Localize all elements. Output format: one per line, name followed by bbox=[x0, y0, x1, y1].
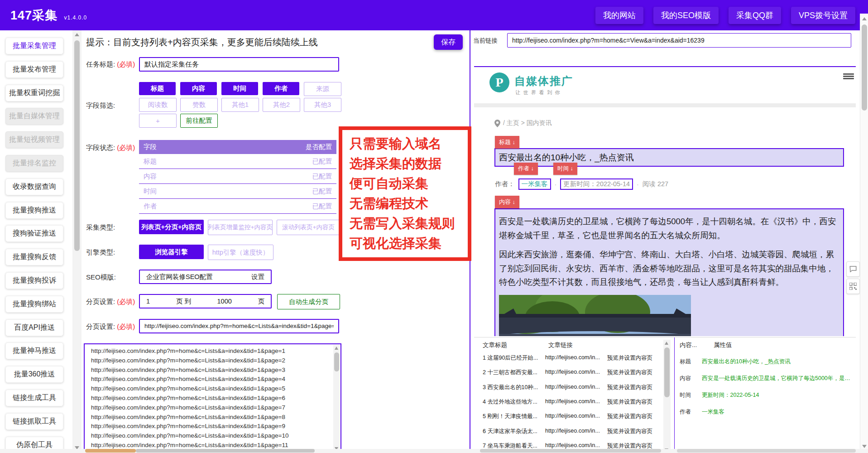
task-title-input[interactable] bbox=[139, 57, 339, 72]
qr-code-icon bbox=[849, 283, 857, 290]
sidebar-item-sogou-push[interactable]: 批量搜狗推送 bbox=[5, 202, 63, 219]
horizontal-scrollbar-thumb[interactable] bbox=[677, 449, 856, 453]
sidebar-item-sogou-bind-site[interactable]: 批量搜狗绑站 bbox=[5, 296, 63, 313]
page-from-input[interactable]: 1 bbox=[146, 298, 150, 305]
results-scrollbar-thumb[interactable] bbox=[664, 347, 670, 397]
field-status-label: 字段状态: (必填) bbox=[86, 144, 135, 152]
sidebar-item-short-video-manage: 批量短视频管理 bbox=[5, 131, 63, 148]
task-title-label: 任务标题: (必填) bbox=[86, 60, 135, 69]
attributes-divider bbox=[674, 337, 675, 453]
sidebar-item-batch-collection[interactable]: 批量采集管理 bbox=[5, 38, 63, 54]
field-tag-author[interactable]: 作者 bbox=[263, 82, 299, 95]
auto-generate-pages-button[interactable]: 自动生成分页 bbox=[277, 294, 340, 309]
article-time-selection[interactable]: 更新时间：2022-05-14 bbox=[560, 178, 633, 190]
article-author-selection[interactable]: 一米集客 bbox=[518, 178, 551, 190]
menu-collect-qq-group[interactable]: 采集QQ群 bbox=[729, 7, 781, 24]
qr-code-widget-button[interactable] bbox=[846, 279, 860, 294]
site-logo-icon: P bbox=[489, 72, 510, 93]
preview-set-content-link[interactable]: 预览并设置内容页 bbox=[607, 413, 652, 420]
sidebar-scrollbar-thumb[interactable] bbox=[74, 40, 80, 251]
sidebar-item-keyword-mining[interactable]: 批量权重词挖掘 bbox=[5, 85, 63, 101]
sidebar-item-sogou-verify-push[interactable]: 搜狗验证推送 bbox=[5, 225, 63, 242]
preview-set-content-link[interactable]: 预览并设置内容页 bbox=[607, 354, 652, 362]
sidebar-item-baidu-api-push[interactable]: 百度API推送 bbox=[5, 319, 63, 336]
hamburger-menu-icon[interactable] bbox=[843, 72, 854, 80]
collect-type-scroll-list[interactable]: 滚动列表页+内容页 bbox=[277, 220, 340, 235]
engine-http-button[interactable]: http引擎（速度快） bbox=[208, 245, 273, 260]
sidebar-item-batch-publish[interactable]: 批量发布管理 bbox=[5, 61, 63, 78]
field-tag-reads[interactable]: 阅读数 bbox=[139, 98, 177, 112]
svg-text:P: P bbox=[495, 75, 503, 89]
scroll-up-arrow-icon[interactable] bbox=[75, 33, 79, 36]
url-line: http://feijiseo.com/index.php?m=home&c=L… bbox=[85, 431, 340, 441]
sidebar-item-360-push[interactable]: 批量360推送 bbox=[5, 366, 63, 383]
menu-my-sites[interactable]: 我的网站 bbox=[595, 7, 643, 24]
horizontal-scrollbar-thumb[interactable] bbox=[480, 449, 661, 453]
collect-type-incremental[interactable]: 列表页增量监控+内容页 bbox=[208, 220, 273, 235]
scroll-up-arrow-icon[interactable] bbox=[862, 17, 867, 20]
page-to-input[interactable]: 1000 bbox=[217, 298, 232, 305]
results-col-title: 文章标题 bbox=[483, 341, 507, 349]
field-filter-label: 字段筛选: bbox=[86, 101, 115, 110]
title-field-badge: 标题 ↓ bbox=[495, 136, 519, 149]
field-tag-time[interactable]: 时间 bbox=[221, 82, 258, 95]
url-list-textarea[interactable]: http://feijiseo.com/index.php?m=home&c=L… bbox=[84, 343, 341, 453]
brand-version: v1.4.0.0 bbox=[64, 14, 87, 21]
seo-template-settings-button[interactable]: 设置 bbox=[251, 273, 264, 281]
menu-vps-dial-settings[interactable]: VPS拨号设置 bbox=[791, 7, 855, 24]
sidebar-item-index-query[interactable]: 收录数据查询 bbox=[5, 178, 63, 195]
page-scrollbar[interactable] bbox=[860, 14, 868, 453]
article-paragraph: 西安是一处载满历史的卫星城，它横跨了每边5000年，是十四朝名城。在《汉书》中，… bbox=[499, 215, 839, 242]
menu-my-seo-templates[interactable]: 我的SEO模版 bbox=[653, 7, 719, 24]
preview-set-content-link[interactable]: 预览并设置内容页 bbox=[607, 369, 652, 376]
article-content-selection[interactable]: 西安是一处载满历史的卫星城，它横跨了每边5000年，是十四朝名城。在《汉书》中，… bbox=[494, 208, 844, 336]
article-title-selection[interactable]: 西安最出名的10种小吃，_热点资讯 bbox=[494, 148, 844, 167]
preview-set-content-link[interactable]: 预览并设置内容页 bbox=[607, 398, 652, 406]
engine-browser-button[interactable]: 浏览器引擎 bbox=[139, 245, 204, 259]
add-field-button[interactable]: + bbox=[139, 114, 177, 128]
field-tag-likes[interactable]: 赞数 bbox=[180, 98, 218, 112]
breadcrumb-text[interactable]: / 主页 > 国内资讯 bbox=[503, 119, 552, 127]
article-meta-row: 作者： 一米集客 · 更新时间：2022-05-14 · 阅读 227 bbox=[495, 178, 668, 190]
sidebar-item-link-generate[interactable]: 链接生成工具 bbox=[5, 390, 63, 406]
page-scrollbar-thumb[interactable] bbox=[862, 24, 867, 111]
scroll-up-arrow-icon[interactable] bbox=[665, 342, 668, 345]
sidebar-item-link-fetch[interactable]: 链接抓取工具 bbox=[5, 413, 63, 430]
preview-set-content-link[interactable]: 预览并设置内容页 bbox=[607, 384, 652, 391]
sidebar-item-sogou-feedback[interactable]: 批量搜狗反馈 bbox=[5, 249, 63, 265]
sidebar-item-sogou-complaint[interactable]: 批量搜狗投诉 bbox=[5, 272, 63, 289]
save-button[interactable]: 保存 bbox=[434, 34, 463, 50]
sidebar-item-shenma-push[interactable]: 批量神马推送 bbox=[5, 342, 63, 359]
horizontal-scrollbar-thumb[interactable] bbox=[85, 449, 136, 453]
url-list-scrollbar[interactable] bbox=[333, 345, 340, 452]
field-tag-other2[interactable]: 其他2 bbox=[263, 98, 300, 112]
chat-widget-button[interactable] bbox=[846, 261, 860, 277]
site-header-divider bbox=[474, 103, 856, 107]
breadcrumb[interactable]: / 主页 > 国内资讯 bbox=[494, 119, 552, 127]
preview-set-content-link[interactable]: 预览并设置内容页 bbox=[607, 428, 652, 435]
status-row: 时间已配置 bbox=[139, 184, 336, 199]
field-tag-other3[interactable]: 其他3 bbox=[304, 98, 341, 112]
scroll-up-arrow-icon[interactable] bbox=[335, 347, 338, 350]
url-line: http://feijiseo.com/index.php?m=home&c=L… bbox=[85, 366, 340, 375]
horizontal-scrollbar[interactable] bbox=[0, 449, 868, 453]
field-tag-source[interactable]: 来源 bbox=[304, 82, 341, 96]
current-link-input[interactable] bbox=[507, 33, 851, 48]
seo-template-box[interactable]: 企业官网装修SEO配置 设置 bbox=[139, 270, 272, 284]
results-scrollbar[interactable] bbox=[663, 340, 671, 453]
page-url-input[interactable] bbox=[139, 319, 339, 333]
field-tag-title[interactable]: 标题 bbox=[139, 82, 176, 95]
content-field-badge: 内容 ↓ bbox=[495, 196, 519, 208]
url-list-scrollbar-thumb[interactable] bbox=[334, 352, 339, 371]
site-logo-text: 自媒体推广 bbox=[514, 74, 573, 88]
field-tag-content[interactable]: 内容 bbox=[180, 82, 217, 95]
collect-type-list-paging-content[interactable]: 列表页+分页+内容页 bbox=[139, 220, 204, 234]
attributes-col-value: 属性值 bbox=[714, 341, 732, 349]
attributes-col-name: 内容... bbox=[680, 341, 697, 349]
page-range-mid-label: 页 到 bbox=[176, 297, 191, 306]
scroll-down-arrow-icon[interactable] bbox=[862, 445, 867, 448]
field-tag-other1[interactable]: 其他1 bbox=[221, 98, 259, 112]
goto-configure-button[interactable]: 前往配置 bbox=[180, 114, 218, 128]
sidebar-scrollbar[interactable] bbox=[72, 30, 82, 453]
horizontal-scrollbar-thumb[interactable] bbox=[136, 449, 315, 453]
